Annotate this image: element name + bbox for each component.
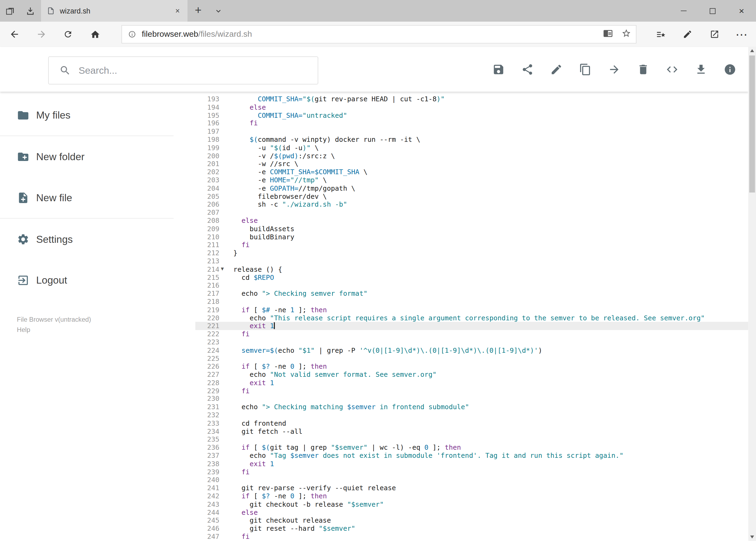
code-line[interactable]: 214▼release () { [195, 265, 748, 273]
code-line[interactable]: 206 sh -c "./wizard.sh -b" [195, 201, 748, 209]
code-line[interactable]: 207 [195, 209, 748, 217]
code-line[interactable]: 247 fi [195, 533, 748, 541]
code-line[interactable]: 196 fi [195, 119, 748, 128]
code-editor[interactable]: 193 COMMIT_SHA="$(git rev-parse HEAD | c… [195, 92, 748, 541]
forward-button[interactable] [33, 26, 50, 43]
code-line[interactable]: 201 -w //src \ [195, 160, 748, 168]
code-line[interactable]: 221 exit 1 [195, 322, 748, 330]
code-line[interactable]: 199 -u "$(id -u)" \ [195, 144, 748, 152]
code-line[interactable]: 216 [195, 281, 748, 289]
code-line[interactable]: 204 -e GOPATH=//tmp/gopath \ [195, 184, 748, 192]
code-line[interactable]: 194 else [195, 103, 748, 111]
fold-marker-icon[interactable]: ▼ [219, 265, 233, 273]
code-line[interactable]: 222 fi [195, 330, 748, 338]
search-bar[interactable] [48, 56, 318, 85]
code-line[interactable]: 239 fi [195, 468, 748, 476]
address-bar[interactable]: filebrowser.web/files/wizard.sh [122, 25, 636, 44]
code-line[interactable]: 198 $(command -v winpty) docker run --rm… [195, 136, 748, 144]
code-line[interactable]: 213 [195, 257, 748, 265]
code-line[interactable]: 238 exit 1 [195, 460, 748, 468]
minimize-button[interactable] [669, 0, 698, 22]
code-line[interactable]: 227 echo "Not valid semver format. See s… [195, 370, 748, 379]
refresh-button[interactable] [59, 26, 77, 43]
sidebar-item-new-folder[interactable]: New folder [0, 136, 195, 177]
save-button[interactable] [487, 58, 510, 81]
info-button[interactable] [718, 58, 742, 81]
tabs-set-aside-button[interactable] [0, 0, 20, 22]
sidebar-item-settings[interactable]: Settings [0, 219, 195, 260]
hub-favorites-button[interactable] [652, 26, 669, 43]
download-button[interactable] [689, 58, 712, 81]
share-button[interactable] [516, 58, 539, 81]
code-line[interactable]: 223 [195, 338, 748, 346]
raw-button[interactable] [660, 58, 684, 81]
home-button[interactable] [86, 26, 104, 43]
code-line[interactable]: 200 -v /$(pwd):/src:z \ [195, 152, 748, 160]
set-tabs-aside-button[interactable] [20, 0, 41, 22]
code-line[interactable]: 243 git checkout -b release "$semver" [195, 500, 748, 508]
code-line[interactable]: 245 git checkout release [195, 516, 748, 525]
new-tab-button[interactable]: + [188, 0, 208, 22]
code-line[interactable]: 246 git reset --hard "$semver" [195, 525, 748, 533]
code-line[interactable]: 195 COMMIT_SHA="untracked" [195, 111, 748, 119]
code-line[interactable]: 242 if [ $? -ne 0 ]; then [195, 492, 748, 500]
code-line[interactable]: 197 [195, 128, 748, 136]
search-input[interactable] [78, 64, 318, 76]
maximize-button[interactable] [698, 0, 727, 22]
code-line[interactable]: 208 else [195, 217, 748, 225]
code-line[interactable]: 226 if [ $? -ne 0 ]; then [195, 362, 748, 370]
tab-preview-toggle[interactable] [208, 0, 229, 22]
code-line[interactable]: 229 fi [195, 387, 748, 395]
code-line[interactable]: 240 [195, 476, 748, 484]
help-link[interactable]: Help [17, 325, 91, 335]
code-line[interactable]: 232 [195, 411, 748, 419]
tab-close-icon[interactable]: × [173, 6, 182, 15]
sidebar-item-logout[interactable]: Logout [0, 260, 195, 300]
code-line[interactable]: 205 filebrowser/dev \ [195, 192, 748, 201]
back-button[interactable] [6, 26, 23, 43]
browser-tab[interactable]: wizard.sh × [41, 0, 188, 22]
code-line[interactable]: 203 -e HOME="//tmp" \ [195, 176, 748, 184]
share-button[interactable] [706, 26, 723, 43]
code-line[interactable]: 210 buildBinary [195, 233, 748, 241]
page-scrollbar[interactable] [748, 47, 756, 541]
code-line[interactable]: 230 [195, 395, 748, 403]
code-line[interactable]: 236 if [ $(git tag | grep "$semver" | wc… [195, 443, 748, 452]
code-line[interactable]: 244 else [195, 508, 748, 516]
code-line[interactable]: 234 git fetch --all [195, 427, 748, 435]
scroll-up-arrow[interactable] [748, 47, 756, 55]
code-line[interactable]: 193 COMMIT_SHA="$(git rev-parse HEAD | c… [195, 95, 748, 103]
fold-gutter [219, 322, 233, 330]
close-button[interactable]: × [727, 0, 756, 22]
code-line[interactable]: 235 [195, 435, 748, 443]
code-line[interactable]: 220 echo "This release script requires a… [195, 314, 748, 322]
annotate-button[interactable] [679, 26, 696, 43]
code-line[interactable]: 209 buildAssets [195, 225, 748, 233]
rename-button[interactable] [545, 58, 568, 81]
move-button[interactable] [603, 58, 626, 81]
sidebar-item-my-files[interactable]: My files [0, 95, 195, 136]
copy-button[interactable] [574, 58, 597, 81]
code-line[interactable]: 224 semver=$(echo "$1" | grep -P '^v(0|[… [195, 346, 748, 354]
code-line[interactable]: 218 [195, 297, 748, 306]
delete-button[interactable] [631, 58, 655, 81]
code-line[interactable]: 219 if [ $# -ne 1 ]; then [195, 306, 748, 314]
more-menu-button[interactable]: ⋯ [733, 26, 750, 43]
code-line[interactable]: 217 echo "> Checking semver format" [195, 289, 748, 297]
code-line[interactable]: 225 [195, 354, 748, 362]
code-line[interactable]: 202 -e COMMIT_SHA=$COMMIT_SHA \ [195, 168, 748, 176]
code-line[interactable]: 237 echo "Tag $semver does not exist in … [195, 452, 748, 460]
scrollbar-thumb[interactable] [749, 55, 755, 192]
code-line[interactable]: 228 exit 1 [195, 379, 748, 387]
add-favorite-button[interactable] [622, 28, 631, 40]
code-line[interactable]: 211 fi [195, 241, 748, 249]
reading-view-button[interactable] [603, 28, 613, 40]
code-line[interactable]: 215 cd $REPO [195, 273, 748, 281]
site-info-button[interactable] [128, 31, 136, 38]
sidebar-item-new-file[interactable]: New file [0, 177, 195, 218]
scroll-down-arrow[interactable] [748, 533, 756, 541]
code-line[interactable]: 212} [195, 249, 748, 257]
code-line[interactable]: 241 git rev-parse --verify --quiet relea… [195, 484, 748, 492]
code-line[interactable]: 231 echo "> Checking matching $semver in… [195, 403, 748, 411]
code-line[interactable]: 233 cd frontend [195, 419, 748, 427]
